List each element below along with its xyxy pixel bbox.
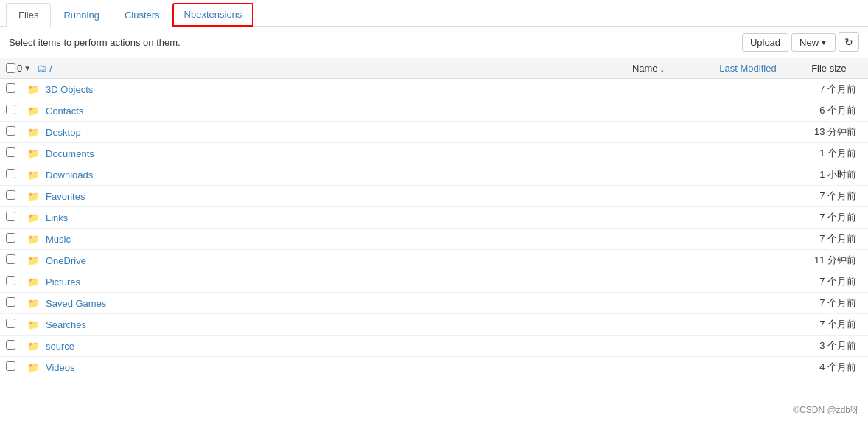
folder-icon: 📁 <box>27 298 40 309</box>
file-modified: 7 个月前 <box>700 296 862 310</box>
table-row: 📁 Desktop 13 分钟前 <box>0 122 868 143</box>
table-row: 📁 Documents 1 个月前 <box>0 143 868 164</box>
folder-icon: 📁 <box>27 341 40 352</box>
dropdown-arrow-icon: ▼ <box>820 38 827 46</box>
file-modified: 7 个月前 <box>700 275 862 288</box>
row-checkbox[interactable] <box>6 190 21 202</box>
upload-button[interactable]: Upload <box>742 33 788 52</box>
tab-bar: Files Running Clusters Nbextensions <box>0 0 868 27</box>
file-list: 📁 3D Objects 7 个月前 📁 Contacts 6 个月前 📁 De… <box>0 79 868 378</box>
folder-icon: 📁 <box>27 212 40 223</box>
table-row: 📁 OneDrive 11 分钟前 <box>0 250 868 271</box>
file-modified: 7 个月前 <box>700 318 862 331</box>
folder-icon: 📁 <box>27 319 40 330</box>
tab-nbextensions[interactable]: Nbextensions <box>172 3 254 27</box>
select-info: Select items to perform actions on them. <box>9 37 181 48</box>
row-checkbox[interactable] <box>6 319 21 330</box>
col-name-header[interactable]: Name ↓ <box>597 63 700 74</box>
header-path[interactable]: 🗂 / <box>37 63 591 74</box>
row-checkbox[interactable] <box>6 212 21 223</box>
table-row: 📁 Saved Games 7 个月前 <box>0 293 868 314</box>
folder-icon: 📁 <box>27 255 40 266</box>
file-name[interactable]: Music <box>46 234 694 245</box>
file-modified: 7 个月前 <box>700 83 862 96</box>
file-name[interactable]: Videos <box>46 362 694 373</box>
row-checkbox[interactable] <box>6 126 21 138</box>
table-row: 📁 Searches 7 个月前 <box>0 314 868 336</box>
new-button[interactable]: New ▼ <box>791 33 836 52</box>
file-name[interactable]: Desktop <box>46 127 694 138</box>
folder-icon: 📁 <box>27 191 40 202</box>
row-checkbox[interactable] <box>6 147 21 159</box>
file-modified: 7 个月前 <box>700 232 862 246</box>
sort-icon: ↓ <box>660 63 665 74</box>
file-modified: 4 个月前 <box>700 361 862 374</box>
file-modified: 7 个月前 <box>700 211 862 224</box>
file-name[interactable]: Favorites <box>46 191 694 202</box>
file-list-header: 0 ▼ 🗂 / Name ↓ Last Modified File size <box>0 58 868 79</box>
folder-icon: 📁 <box>27 362 40 373</box>
file-name[interactable]: 3D Objects <box>46 84 694 95</box>
row-checkbox[interactable] <box>6 233 21 245</box>
folder-icon: 📁 <box>27 170 40 181</box>
select-all-checkbox[interactable] <box>6 63 15 73</box>
folder-icon: 📁 <box>27 234 40 245</box>
row-checkbox[interactable] <box>6 83 21 95</box>
table-row: 📁 Videos 4 个月前 <box>0 357 868 378</box>
file-name[interactable]: Links <box>46 212 694 223</box>
file-name[interactable]: Contacts <box>46 105 694 117</box>
file-modified: 13 分钟前 <box>700 125 862 139</box>
toolbar: Select items to perform actions on them.… <box>0 27 868 58</box>
tab-files[interactable]: Files <box>6 3 51 27</box>
table-row: 📁 Downloads 1 小时前 <box>0 164 868 186</box>
folder-icon: 📁 <box>27 277 40 288</box>
file-name[interactable]: Documents <box>46 148 694 159</box>
file-modified: 6 个月前 <box>700 104 862 117</box>
folder-icon: 📁 <box>27 127 40 138</box>
row-checkbox[interactable] <box>6 169 21 181</box>
file-modified: 3 个月前 <box>700 339 862 352</box>
col-modified-header[interactable]: Last Modified <box>700 63 796 74</box>
check-dropdown-arrow[interactable]: ▼ <box>24 64 31 72</box>
tab-clusters[interactable]: Clusters <box>112 3 172 27</box>
file-modified: 7 个月前 <box>700 190 862 203</box>
table-row: 📁 Contacts 6 个月前 <box>0 100 868 122</box>
row-checkbox[interactable] <box>6 276 21 288</box>
table-row: 📁 Favorites 7 个月前 <box>0 186 868 207</box>
file-modified: 1 小时前 <box>700 168 862 181</box>
row-checkbox[interactable] <box>6 254 21 266</box>
file-name[interactable]: OneDrive <box>46 255 694 266</box>
folder-icon: 📁 <box>27 148 40 159</box>
folder-icon: 📁 <box>27 105 40 117</box>
row-checkbox[interactable] <box>6 340 21 352</box>
refresh-icon: ↻ <box>844 36 853 48</box>
tab-running[interactable]: Running <box>51 3 111 27</box>
folder-icon: 📁 <box>27 84 40 95</box>
file-modified: 1 个月前 <box>700 147 862 160</box>
toolbar-actions: Upload New ▼ ↻ <box>742 32 859 52</box>
row-checkbox[interactable] <box>6 105 21 117</box>
header-checkbox-area: 0 ▼ <box>6 63 31 74</box>
file-name[interactable]: Downloads <box>46 170 694 181</box>
file-name[interactable]: source <box>46 341 694 352</box>
table-row: 📁 Links 7 个月前 <box>0 207 868 229</box>
file-name[interactable]: Pictures <box>46 277 694 288</box>
table-row: 📁 3D Objects 7 个月前 <box>0 79 868 100</box>
table-row: 📁 source 3 个月前 <box>0 336 868 357</box>
file-name[interactable]: Saved Games <box>46 298 694 309</box>
col-size-header[interactable]: File size <box>796 63 862 74</box>
table-row: 📁 Music 7 个月前 <box>0 229 868 250</box>
row-checkbox[interactable] <box>6 297 21 309</box>
table-row: 📁 Pictures 7 个月前 <box>0 271 868 293</box>
header-columns: Name ↓ Last Modified File size <box>597 63 862 74</box>
refresh-button[interactable]: ↻ <box>839 32 859 52</box>
row-checkbox[interactable] <box>6 361 21 373</box>
check-count: 0 <box>17 63 22 74</box>
file-modified: 11 分钟前 <box>700 254 862 267</box>
folder-icon: 🗂 <box>37 63 46 74</box>
file-name[interactable]: Searches <box>46 319 694 330</box>
